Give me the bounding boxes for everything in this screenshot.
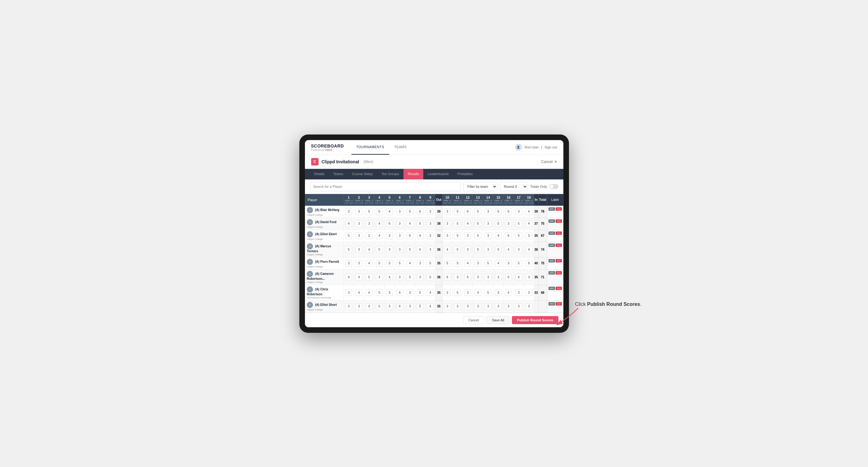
tab-leaderboards[interactable]: Leaderboards (423, 169, 453, 180)
score-input[interactable] (355, 246, 362, 253)
score-cell-3-1[interactable] (354, 242, 364, 257)
score-input[interactable] (427, 246, 434, 253)
dq-badge[interactable]: DQ (556, 219, 562, 223)
score-cell-4-4[interactable] (384, 257, 395, 269)
back-score-input[interactable] (444, 289, 451, 296)
score-cell-0-7[interactable] (415, 206, 425, 218)
score-input[interactable] (376, 246, 383, 253)
score-input[interactable] (355, 232, 362, 239)
label-cell[interactable]: WD DQ (547, 206, 563, 212)
score-input[interactable] (345, 220, 352, 227)
back-score-input[interactable] (444, 260, 451, 267)
dq-badge[interactable]: DQ (556, 287, 562, 290)
score-input[interactable] (427, 289, 434, 296)
wd-badge[interactable]: WD (549, 271, 555, 275)
back-score-cell-6-7[interactable] (514, 285, 524, 300)
score-input[interactable] (366, 303, 372, 310)
back-score-cell-4-1[interactable] (453, 257, 463, 269)
wd-badge[interactable]: WD (549, 231, 555, 235)
score-cell-5-2[interactable] (364, 269, 374, 285)
back-score-input[interactable] (454, 220, 461, 227)
tab-tee-groups[interactable]: Tee Groups (377, 169, 403, 180)
score-cell-7-0[interactable] (344, 300, 354, 312)
score-input[interactable] (376, 220, 383, 227)
back-score-input[interactable] (515, 232, 522, 239)
back-score-input[interactable] (454, 303, 461, 310)
score-input[interactable] (407, 208, 413, 215)
back-score-cell-6-3[interactable] (473, 285, 483, 300)
back-score-cell-2-4[interactable] (483, 230, 493, 242)
score-input[interactable] (396, 208, 403, 215)
back-score-input[interactable] (485, 260, 492, 267)
label-cell[interactable]: WD DQ (547, 242, 563, 249)
score-input[interactable] (407, 303, 413, 310)
back-score-input[interactable] (464, 274, 471, 280)
score-cell-4-3[interactable] (374, 257, 384, 269)
score-cell-7-6[interactable] (405, 300, 415, 312)
search-input[interactable] (310, 182, 461, 191)
back-score-cell-2-0[interactable] (442, 230, 453, 242)
score-cell-1-3[interactable] (374, 218, 384, 230)
score-cell-1-4[interactable] (384, 218, 395, 230)
back-score-cell-2-6[interactable] (503, 230, 514, 242)
score-cell-5-5[interactable] (395, 269, 405, 285)
score-cell-6-4[interactable] (384, 285, 395, 300)
back-score-cell-7-5[interactable] (493, 300, 503, 312)
score-cell-4-6[interactable] (405, 257, 415, 269)
score-cell-4-2[interactable] (364, 257, 374, 269)
back-score-input[interactable] (495, 289, 502, 296)
score-input[interactable] (407, 232, 413, 239)
score-input[interactable] (427, 208, 434, 215)
score-input[interactable] (396, 246, 403, 253)
score-cell-3-4[interactable] (384, 242, 395, 257)
back-score-input[interactable] (474, 274, 481, 280)
score-cell-6-1[interactable] (354, 285, 364, 300)
score-cell-0-0[interactable] (344, 206, 354, 218)
back-score-input[interactable] (526, 303, 532, 310)
score-input[interactable] (345, 289, 352, 296)
score-input[interactable] (417, 208, 424, 215)
back-score-cell-7-6[interactable] (503, 300, 514, 312)
score-input[interactable] (376, 232, 383, 239)
back-score-input[interactable] (495, 208, 502, 215)
score-input[interactable] (376, 208, 383, 215)
back-score-cell-2-7[interactable] (514, 230, 524, 242)
back-score-input[interactable] (464, 220, 471, 227)
score-input[interactable] (345, 246, 352, 253)
wd-badge[interactable]: WD (549, 287, 555, 290)
score-input[interactable] (407, 260, 413, 267)
back-score-cell-2-8[interactable] (524, 230, 534, 242)
score-cell-7-8[interactable] (425, 300, 435, 312)
back-score-input[interactable] (474, 246, 481, 253)
score-input[interactable] (417, 274, 424, 280)
score-input[interactable] (345, 232, 352, 239)
score-input[interactable] (386, 208, 393, 215)
score-cell-1-8[interactable] (425, 218, 435, 230)
label-cell[interactable]: WD DQ (547, 230, 563, 237)
back-score-input[interactable] (526, 246, 532, 253)
label-cell[interactable]: WD DQ (547, 218, 563, 224)
score-input[interactable] (386, 289, 393, 296)
back-score-input[interactable] (485, 220, 492, 227)
back-score-input[interactable] (505, 246, 512, 253)
back-score-input[interactable] (505, 220, 512, 227)
back-score-cell-1-0[interactable] (442, 218, 453, 230)
score-input[interactable] (366, 232, 372, 239)
score-input[interactable] (427, 220, 434, 227)
back-score-input[interactable] (485, 289, 492, 296)
back-score-input[interactable] (454, 208, 461, 215)
back-score-input[interactable] (495, 260, 502, 267)
back-score-cell-7-0[interactable] (442, 300, 453, 312)
score-input[interactable] (355, 220, 362, 227)
back-score-input[interactable] (515, 274, 522, 280)
wd-badge[interactable]: WD (549, 259, 555, 262)
back-score-cell-5-3[interactable] (473, 269, 483, 285)
score-cell-1-5[interactable] (395, 218, 405, 230)
dq-badge[interactable]: DQ (556, 271, 562, 275)
back-score-cell-1-7[interactable] (514, 218, 524, 230)
back-score-input[interactable] (485, 208, 492, 215)
back-score-input[interactable] (505, 208, 512, 215)
back-score-cell-5-8[interactable] (524, 269, 534, 285)
score-input[interactable] (396, 303, 403, 310)
score-input[interactable] (366, 289, 372, 296)
